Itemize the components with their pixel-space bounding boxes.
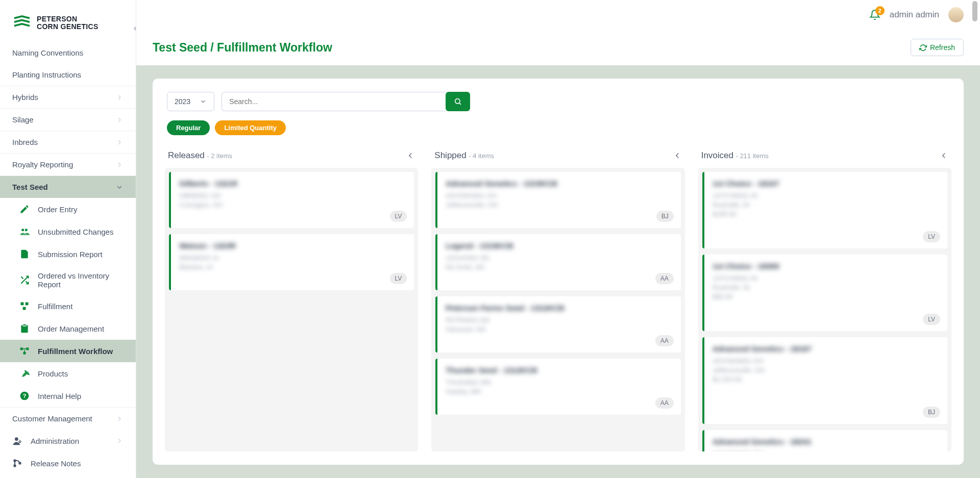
titlebar: Test Seed / Fulfillment Workflow Refresh: [136, 30, 980, 65]
notifications-button[interactable]: 2: [869, 9, 880, 20]
card[interactable]: Advanced Genetics - 18167 ADVGEN001 OH J…: [702, 337, 947, 424]
card[interactable]: Peterson Farms Seed - 1312KCB PETR4001 N…: [435, 296, 680, 353]
svg-point-15: [14, 460, 15, 461]
panel: 2023 Regular Limited Quantity: [153, 79, 964, 465]
card-line: ADVGEN001 OH: [713, 357, 939, 365]
help-icon: ?: [19, 391, 30, 401]
card[interactable]: Advanced Genetics - 1315KCB ADVGEN001 OH…: [435, 172, 680, 228]
card-initials: AA: [655, 273, 674, 284]
card-title: Gilberts - 1321R: [179, 179, 406, 188]
chevron-left-icon[interactable]: [673, 151, 682, 160]
sidebar-item-label: Order Management: [38, 324, 104, 333]
sidebar-item-naming-conventions[interactable]: Naming Conventions: [0, 42, 136, 64]
svg-point-16: [14, 465, 15, 466]
sidebar-sub-order-management[interactable]: Order Management: [0, 317, 136, 340]
card[interactable]: 1st Choice - 18167 1STCH0001 IN Rushvill…: [702, 172, 947, 248]
sidebar-item-administration[interactable]: Administration: [0, 430, 136, 452]
branch-icon: [12, 458, 22, 468]
sidebar-sub-products[interactable]: Products: [0, 362, 136, 385]
card[interactable]: Thunder Seed - 1312KCB THUN3001 MN Hawle…: [435, 359, 680, 415]
leaf-icon: [19, 368, 30, 379]
avatar[interactable]: [948, 7, 964, 22]
users-icon: [19, 227, 30, 237]
card[interactable]: Advanced Genetics - 18241 ADVGEN001 OH T…: [702, 430, 947, 451]
card-initials: AA: [655, 335, 674, 346]
chevron-down-icon: [115, 183, 124, 191]
card-line: Rushville, IN: [713, 201, 939, 209]
sidebar-item-label: Royalty Reporting: [12, 160, 73, 169]
sidebar-item-customer-management[interactable]: Customer Management: [0, 407, 136, 430]
chevron-left-icon[interactable]: [406, 151, 415, 160]
svg-rect-8: [20, 347, 23, 350]
sidebar-sub-order-entry[interactable]: Order Entry: [0, 198, 136, 220]
column-title: Invoiced: [701, 150, 733, 160]
card-initials: LV: [390, 211, 407, 222]
card-initials: LV: [923, 314, 940, 325]
sidebar-item-test-seed[interactable]: Test Seed: [0, 175, 136, 198]
column-header: Shipped - 4 items: [431, 146, 684, 168]
svg-line-19: [459, 103, 461, 105]
card-initials: AA: [655, 397, 674, 409]
card-initials: BJ: [923, 407, 940, 418]
scrollbar[interactable]: [971, 0, 979, 478]
sidebar-item-royalty-reporting[interactable]: Royalty Reporting: [0, 153, 136, 175]
logo: PETERSON CORN GENETICS: [0, 0, 136, 42]
card-line: Hawley, MN: [446, 388, 672, 395]
card-title: 1st Choice - 18369: [713, 262, 939, 270]
sidebar-sub-submission-report[interactable]: Submission Report: [0, 243, 136, 265]
search-icon: [454, 97, 462, 106]
chevron-right-icon: [115, 161, 124, 169]
clipboard-icon: [19, 323, 30, 334]
card[interactable]: Watson - 1323R WNGB301 IA Blanken, IA LV: [169, 234, 414, 290]
refresh-button[interactable]: Refresh: [911, 39, 964, 56]
column-body: Gilberts - 1321R OBRB301 OH Covington, O…: [165, 168, 418, 451]
sidebar-collapse-button[interactable]: [130, 23, 136, 34]
logo-icon: [12, 14, 32, 32]
card-line: Blanken, IA: [179, 263, 406, 271]
chevron-down-icon: [200, 98, 207, 105]
sidebar-item-label: Silage: [12, 115, 34, 124]
search-button[interactable]: [446, 92, 470, 111]
sidebar-item-hybrids[interactable]: Hybrids: [0, 86, 136, 108]
admin-icon: [12, 436, 22, 446]
card-line: De Smet, SD: [446, 263, 672, 271]
pill-regular[interactable]: Regular: [167, 120, 210, 135]
sidebar-item-planting-instructions[interactable]: Planting Instructions: [0, 64, 136, 86]
sidebar: PETERSON CORN GENETICS Naming Convention…: [0, 0, 136, 478]
card-title: Advanced Genetics - 18167: [713, 344, 939, 353]
sidebar-sub-fulfillment[interactable]: Fulfillment: [0, 295, 136, 317]
column-title: Shipped: [434, 150, 466, 160]
sidebar-item-label: Inbreds: [12, 138, 38, 146]
card-title: Thunder Seed - 1312KCB: [446, 366, 672, 374]
pill-limited[interactable]: Limited Quantity: [215, 120, 286, 135]
card-title: Watson - 1323R: [179, 241, 406, 250]
sidebar-sub-internal-help[interactable]: ? Internal Help: [0, 385, 136, 407]
sidebar-item-release-notes[interactable]: Release Notes: [0, 452, 136, 474]
card[interactable]: Gilberts - 1321R OBRB301 OH Covington, O…: [169, 172, 414, 228]
sidebar-item-label: Unsubmitted Changes: [38, 228, 113, 236]
sidebar-sub-ordered-vs-inventory[interactable]: Ordered vs Inventory Report: [0, 265, 136, 295]
svg-point-1: [25, 229, 28, 231]
card-line: OBRB301 OH: [179, 192, 406, 199]
page-title: Test Seed / Fulfillment Workflow: [153, 41, 332, 55]
year-select[interactable]: 2023: [167, 92, 214, 111]
column-count: - 2 items: [207, 152, 232, 160]
sidebar-sub-unsubmitted-changes[interactable]: Unsubmitted Changes: [0, 220, 136, 243]
chevron-left-icon[interactable]: [939, 151, 948, 160]
search-input[interactable]: [222, 92, 446, 111]
scrollbar-thumb[interactable]: [972, 1, 977, 21]
sidebar-item-inbreds[interactable]: Inbreds: [0, 131, 136, 153]
sidebar-item-label: Products: [38, 369, 68, 378]
card[interactable]: 1st Choice - 18369 1STCH0001 IN Rushvill…: [702, 255, 947, 331]
card-line: $195.00: [713, 210, 939, 218]
card-line: 1STCH0001 IN: [713, 192, 939, 199]
chevron-right-icon: [115, 93, 124, 102]
username[interactable]: admin admin: [890, 10, 939, 20]
sidebar-sub-fulfillment-workflow[interactable]: Fulfillment Workflow: [0, 340, 136, 362]
svg-rect-7: [23, 307, 26, 310]
card-initials: LV: [923, 231, 940, 242]
sidebar-item-silage[interactable]: Silage: [0, 108, 136, 131]
sidebar-item-label: Fulfillment: [38, 302, 72, 311]
card[interactable]: Legend - 1315KCB LEGA0302 SD De Smet, SD…: [435, 234, 680, 290]
sidebar-item-label: Naming Conventions: [12, 48, 83, 57]
